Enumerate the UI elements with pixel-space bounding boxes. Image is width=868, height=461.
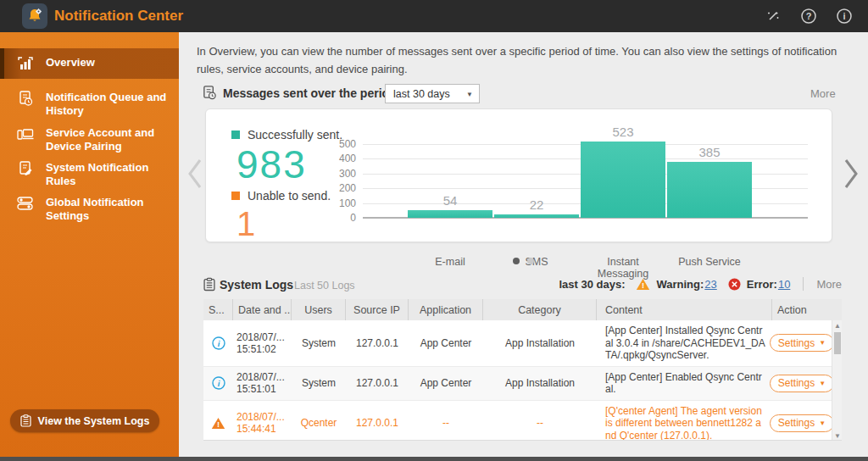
bell-gear-icon — [25, 7, 44, 25]
warning-count-link[interactable]: 23 — [704, 278, 716, 291]
svg-text:i: i — [217, 379, 220, 388]
main-content: In Overview, you can view the number of … — [179, 32, 868, 461]
warning-icon: ! — [211, 417, 225, 430]
chevron-down-icon: ▼ — [819, 419, 826, 427]
bar-value-label: 54 — [408, 193, 492, 208]
queue-history-icon — [15, 88, 36, 108]
device-pairing-icon — [15, 124, 36, 144]
scrollbar-thumb[interactable] — [834, 332, 841, 354]
sidebar-item-notification-rules[interactable]: System Notification Rules — [0, 153, 179, 193]
carousel-prev-icon[interactable] — [186, 155, 204, 192]
notification-center-app-icon — [22, 3, 47, 29]
warning-label: Warning: — [656, 278, 704, 291]
log-content: [App Center] Installed Qsync Central 3.0… — [597, 320, 772, 366]
error-count-link[interactable]: 10 — [778, 278, 790, 291]
legend-fail: Unable to send. — [231, 189, 331, 203]
legend-fail-label: Unable to send. — [248, 189, 331, 203]
log-application: App Center — [409, 320, 483, 366]
table-row[interactable]: i 2018/07/...15:51:01 System 127.0.0.1 A… — [203, 367, 842, 401]
logs-period-label: last 30 days: — [559, 278, 625, 291]
table-row[interactable]: i 2018/07/...15:51:02 System 127.0.0.1 A… — [203, 320, 842, 367]
error-label: Error: — [747, 278, 777, 291]
top-bar: Notification Center ? i — [0, 0, 868, 32]
y-tick: 200 — [320, 182, 356, 194]
about-info-icon[interactable]: i — [836, 8, 853, 25]
log-time: 15:51:01 — [236, 383, 285, 395]
sidebar-item-label: Service Account and Device Pairing — [46, 124, 170, 153]
messages-more-link[interactable]: More — [810, 87, 836, 100]
log-source-ip: 127.0.0.1 — [346, 367, 409, 400]
log-date: 2018/07/... — [236, 411, 285, 423]
window-bottom-edge — [0, 457, 868, 461]
log-category: App Installation — [483, 320, 597, 366]
view-system-logs-label: View the System Logs — [38, 415, 150, 427]
log-date: 2018/07/... — [236, 371, 285, 383]
scroll-down-icon[interactable]: ▼ — [832, 430, 842, 441]
sidebar: Overview Notification Queue and History … — [0, 32, 179, 461]
settings-button[interactable]: Settings▼ — [770, 334, 834, 352]
period-select[interactable]: last 30 days ▼ — [385, 84, 480, 103]
log-user: Qcenter — [292, 401, 346, 442]
col-application[interactable]: Application — [409, 299, 483, 320]
settings-button[interactable]: Settings▼ — [770, 375, 834, 392]
quick-start-wand-icon[interactable] — [765, 8, 782, 25]
overview-chart-icon — [15, 53, 36, 74]
y-tick: 100 — [320, 197, 356, 209]
bar-push-service: 385 — [667, 116, 752, 218]
sidebar-item-service-account[interactable]: Service Account and Device Pairing — [0, 119, 179, 158]
svg-text:i: i — [217, 339, 220, 348]
col-category[interactable]: Category — [483, 299, 597, 320]
y-tick: 400 — [320, 153, 356, 164]
sidebar-item-label: System Notification Rules — [46, 158, 170, 188]
carousel-dots — [179, 258, 868, 264]
col-date[interactable]: Date and ... — [233, 299, 292, 320]
sidebar-item-label: Global Notification Settings — [46, 193, 170, 223]
table-scrollbar[interactable]: ▲ ▼ — [832, 320, 842, 441]
col-severity[interactable]: S... — [203, 299, 233, 320]
rules-document-icon — [15, 158, 36, 179]
table-row[interactable]: ! 2018/07/...15:44:41 Qcenter 127.0.0.1 … — [203, 401, 842, 442]
scroll-up-icon[interactable]: ▲ — [832, 320, 842, 330]
col-users[interactable]: Users — [292, 299, 346, 320]
log-date: 2018/07/... — [236, 331, 285, 343]
log-user: System — [292, 367, 346, 400]
sidebar-item-global-settings[interactable]: Global Notification Settings — [0, 188, 179, 228]
sidebar-item-label: Notification Queue and History — [46, 88, 170, 118]
log-source-ip: 127.0.0.1 — [346, 320, 409, 366]
success-count: 983 — [236, 145, 307, 184]
system-logs-title: System Logs — [220, 278, 293, 292]
bar-value-label: 385 — [667, 145, 752, 159]
carousel-dot-2[interactable] — [527, 258, 534, 264]
log-content: [Q'center Agent] The agent version is di… — [597, 401, 772, 442]
log-category: App Installation — [483, 367, 597, 400]
log-category: -- — [483, 401, 597, 442]
app-title: Notification Center — [54, 8, 183, 25]
col-content[interactable]: Content — [597, 299, 772, 320]
bar-value-label: 523 — [581, 125, 665, 139]
legend-fail-swatch — [231, 192, 240, 200]
sidebar-item-overview[interactable]: Overview — [0, 48, 179, 79]
svg-text:!: ! — [217, 419, 220, 429]
svg-text:!: ! — [642, 280, 644, 290]
svg-text:?: ? — [806, 11, 812, 21]
info-icon: i — [212, 376, 225, 390]
system-logs-subtitle: Last 50 Logs — [294, 280, 355, 292]
logs-more-link[interactable]: More — [816, 278, 842, 291]
error-icon — [728, 278, 741, 291]
bar-sms: 22 — [494, 116, 579, 218]
svg-text:i: i — [843, 11, 845, 21]
overview-description: In Overview, you can view the number of … — [197, 42, 843, 78]
view-system-logs-button[interactable]: View the System Logs — [10, 409, 159, 432]
period-select-value: last 30 days — [393, 88, 450, 100]
messages-chart-card: Successfully sent. 983 Unable to send. 1… — [205, 108, 832, 242]
y-tick: 0 — [320, 212, 356, 224]
clipboard-icon — [20, 414, 31, 427]
carousel-next-icon[interactable] — [842, 155, 860, 192]
carousel-dot-1[interactable] — [513, 258, 520, 264]
help-icon[interactable]: ? — [800, 8, 817, 25]
col-source-ip[interactable]: Source IP — [346, 299, 409, 320]
col-action[interactable]: Action — [772, 299, 842, 320]
bar-email: 54 — [408, 116, 492, 218]
settings-button[interactable]: Settings▼ — [770, 414, 834, 432]
sidebar-item-notification-queue[interactable]: Notification Queue and History — [0, 83, 179, 123]
